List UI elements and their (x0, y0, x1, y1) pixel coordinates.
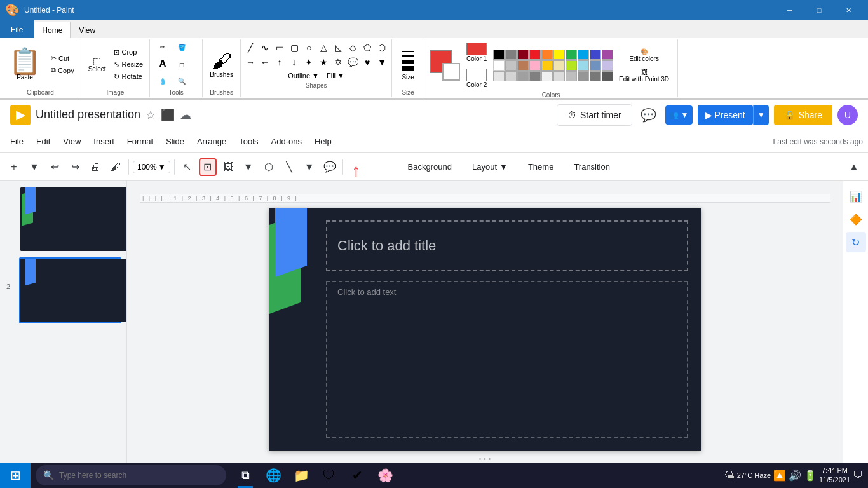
color-lavender[interactable] (602, 60, 613, 71)
menu-view[interactable]: View (58, 134, 86, 149)
shape-uarrow[interactable]: ↑ (273, 55, 287, 69)
shape-diamond[interactable]: ◇ (346, 41, 360, 55)
menu-tools[interactable]: Tools (234, 134, 263, 149)
menu-slide[interactable]: Slide (161, 134, 189, 149)
toolbar-expand-button[interactable]: ▲ (845, 158, 863, 176)
color-78[interactable] (590, 71, 601, 81)
shape-pentagon[interactable]: ⬠ (360, 41, 374, 55)
present-button[interactable]: ▶ Present (698, 105, 753, 125)
close-button[interactable]: ✕ (834, 0, 863, 20)
color-f0[interactable] (541, 71, 553, 81)
shape-darrow[interactable]: ↓ (287, 55, 301, 69)
menu-addons[interactable]: Add-ons (266, 134, 307, 149)
edit-colors-button[interactable]: 🎨 Edit colors (616, 46, 672, 64)
start-timer-button[interactable]: ⏱ Start timer (557, 104, 632, 126)
taskbar-multiview-button[interactable]: ⧉ (231, 463, 259, 488)
picker-button[interactable]: 💧 (154, 76, 172, 86)
color-steelblue[interactable] (590, 60, 601, 71)
outline-button[interactable]: Outline ▼ (285, 71, 322, 81)
search-input[interactable] (59, 471, 199, 480)
shape-roundrect[interactable]: ▢ (287, 41, 301, 55)
brushes-button[interactable]: 🖌 Brushes (207, 49, 236, 80)
minimize-button[interactable]: ─ (775, 0, 804, 20)
edit-paint3d-button[interactable]: 🖼 Edit with Paint 3D (616, 67, 672, 85)
zoom-control[interactable]: 100% ▼ (133, 161, 170, 173)
shape-star4[interactable]: ✦ (302, 55, 316, 69)
color-e6[interactable] (493, 71, 505, 81)
color-orange[interactable] (541, 50, 553, 60)
slide-canvas[interactable]: Click to add title Click to add text (269, 208, 701, 451)
undo-button[interactable]: ↩ (46, 158, 64, 176)
canvas-area[interactable]: |...|...|...|...|...1...|...2...|...3...… (127, 181, 843, 487)
shape-ellipse[interactable]: ○ (302, 41, 316, 55)
add-slide-button[interactable]: + (5, 158, 23, 176)
shape-star5[interactable]: ★ (316, 55, 330, 69)
taskbar-app4-button[interactable]: 🛡 (315, 463, 343, 488)
volume-icon[interactable]: 🔊 (789, 470, 801, 482)
share-button[interactable]: 🔒 Share (774, 105, 832, 125)
cut-button[interactable]: ✂ Cut (48, 53, 77, 64)
taskbar-clock[interactable]: 7:44 PM 11/5/2021 (819, 466, 850, 485)
color-brown[interactable] (517, 60, 529, 71)
shape-tool-button[interactable]: ⬡ (260, 158, 278, 176)
user-avatar[interactable]: U (837, 105, 858, 125)
battery-icon[interactable]: 🔋 (804, 470, 817, 482)
resize-button[interactable]: ⤡ Resize (111, 59, 146, 70)
menu-format[interactable]: Format (122, 134, 158, 149)
taskbar-files-button[interactable]: 📁 (287, 463, 315, 488)
magnify-button[interactable]: 🔍 (173, 76, 191, 86)
shape-star6[interactable]: ✡ (331, 55, 345, 69)
color-purple[interactable] (602, 50, 613, 60)
line-tool-button[interactable]: ╲ (280, 158, 298, 176)
present-dropdown-button[interactable]: ▼ (753, 105, 769, 125)
menu-file[interactable]: File (5, 134, 29, 149)
theme-button[interactable]: Theme (520, 159, 561, 174)
color-cream[interactable] (553, 60, 565, 71)
line-dropdown[interactable]: ▼ (301, 158, 318, 176)
print-button[interactable]: 🖨 (86, 158, 104, 176)
textbox-tool-button[interactable]: ⊡ (199, 158, 217, 176)
shape-hexagon[interactable]: ⬡ (375, 41, 389, 55)
image-tool-button[interactable]: 🖼 (219, 158, 237, 176)
notification-icon[interactable]: 🗨 (853, 470, 863, 481)
taskbar-app6-button[interactable]: 🌸 (371, 463, 399, 488)
drive-icon-button[interactable]: 🔶 (846, 209, 866, 229)
network-icon[interactable]: 🔼 (773, 470, 786, 482)
shape-larrow[interactable]: ← (258, 55, 272, 69)
color-lightgray[interactable] (505, 60, 517, 71)
cloud-icon[interactable]: ☁ (180, 108, 191, 122)
color-be[interactable] (566, 71, 577, 81)
color2-box[interactable] (442, 63, 460, 81)
color2-button[interactable]: Color 2 (463, 67, 491, 90)
color-d4[interactable] (505, 71, 517, 81)
crop-button[interactable]: ⊡ Crop (111, 47, 146, 58)
color-red[interactable] (529, 50, 541, 60)
color-green[interactable] (566, 50, 577, 60)
size-button[interactable]: Size (396, 46, 420, 83)
shape-line[interactable]: ╱ (243, 41, 257, 55)
transition-button[interactable]: Transition (566, 159, 618, 174)
toolbar-comment-button[interactable]: 💬 (321, 158, 339, 176)
shape-more[interactable]: ▼ (375, 55, 389, 69)
color-yellow[interactable] (553, 50, 565, 60)
taskbar-search[interactable]: 🔍 (36, 465, 226, 485)
layout-button[interactable]: Layout ▼ (465, 159, 515, 174)
color-black[interactable] (493, 50, 505, 60)
paste-button[interactable]: 📋 Paste (4, 46, 46, 83)
image-dropdown[interactable]: ▼ (240, 158, 257, 176)
tab-file[interactable]: File (0, 20, 34, 38)
toolbar-dropdown[interactable]: ▼ (25, 158, 43, 176)
text-button[interactable]: A (154, 57, 172, 72)
select-button[interactable]: ⬚ Select (85, 55, 109, 74)
color-gray[interactable] (505, 50, 517, 60)
maximize-button[interactable]: □ (804, 0, 834, 20)
color-indigo[interactable] (590, 50, 601, 60)
redo-button[interactable]: ↪ (66, 158, 84, 176)
copy-button[interactable]: ⧉ Copy (48, 65, 77, 76)
color-darkred[interactable] (517, 50, 529, 60)
slide-1-thumbnail[interactable] (19, 186, 121, 252)
menu-arrange[interactable]: Arrange (192, 134, 231, 149)
start-button[interactable]: ⊞ (0, 463, 31, 488)
collab-icon-button[interactable]: 👥 ▼ (665, 105, 693, 125)
color-96[interactable] (578, 71, 589, 81)
